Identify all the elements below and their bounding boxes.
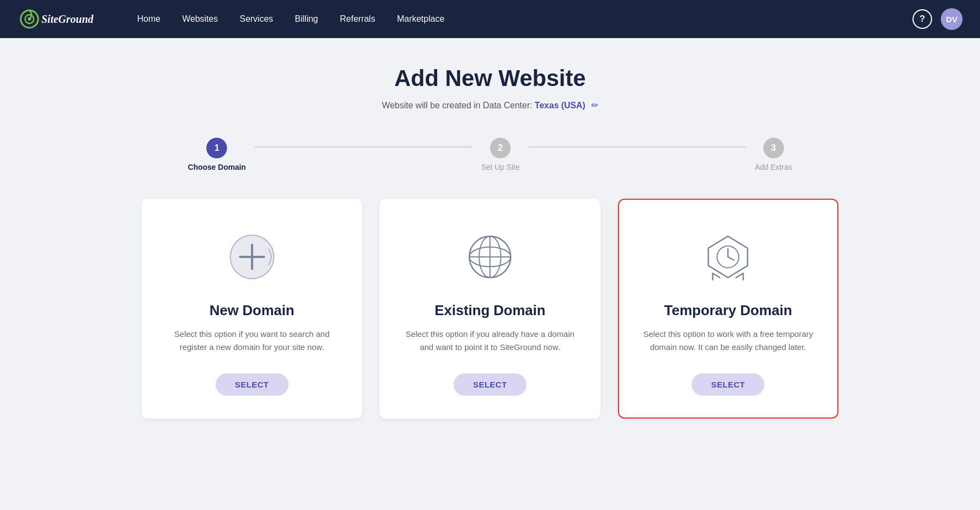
nav-referrals[interactable]: Referrals	[340, 14, 375, 24]
step-2-circle: 2	[490, 138, 511, 158]
step-2-label: Set Up Site	[481, 163, 520, 171]
temporary-domain-select-button[interactable]: SELECT	[691, 373, 764, 396]
navbar: SiteGround Home Websites Services Billin…	[0, 0, 980, 38]
navbar-right: ? DV	[912, 8, 963, 30]
svg-line-15	[728, 257, 734, 260]
new-domain-icon	[222, 227, 282, 287]
step-1-circle: 1	[206, 138, 227, 158]
edit-icon[interactable]: ✏	[591, 100, 598, 110]
existing-domain-title: Existing Domain	[434, 302, 546, 319]
temporary-domain-title: Temporary Domain	[664, 302, 792, 319]
nav-websites[interactable]: Websites	[182, 14, 218, 24]
datacenter-link[interactable]: Texas (USA)	[535, 101, 585, 110]
main-content: Add New Website Website will be created …	[109, 38, 871, 446]
step-3-label: Add Extras	[755, 163, 792, 171]
nav-billing[interactable]: Billing	[295, 14, 318, 24]
step-3: 3 Add Extras	[755, 138, 792, 171]
step-1: 1 Choose Domain	[188, 138, 246, 171]
stepper-line-1	[255, 146, 473, 148]
temporary-domain-icon	[698, 227, 758, 287]
nav-marketplace[interactable]: Marketplace	[397, 14, 444, 24]
temporary-domain-card: Temporary Domain Select this option to w…	[618, 199, 838, 419]
nav-links: Home Websites Services Billing Referrals…	[137, 14, 891, 24]
existing-domain-icon	[460, 227, 520, 287]
existing-domain-desc: Select this option if you already have a…	[402, 328, 577, 354]
existing-domain-select-button[interactable]: SELECT	[454, 373, 526, 396]
nav-services[interactable]: Services	[240, 14, 273, 24]
new-domain-desc: Select this option if you want to search…	[164, 328, 339, 354]
existing-domain-card: Existing Domain Select this option if yo…	[379, 199, 600, 419]
nav-home[interactable]: Home	[137, 14, 161, 24]
cards-grid: New Domain Select this option if you wan…	[142, 199, 838, 419]
stepper-line-2	[528, 146, 746, 148]
avatar[interactable]: DV	[941, 8, 963, 30]
step-2: 2 Set Up Site	[481, 138, 520, 171]
page-title: Add New Website	[142, 65, 838, 91]
step-1-label: Choose Domain	[188, 163, 246, 171]
new-domain-card: New Domain Select this option if you wan…	[142, 199, 362, 419]
help-button[interactable]: ?	[912, 9, 932, 29]
new-domain-select-button[interactable]: SELECT	[216, 373, 289, 396]
page-subtitle: Website will be created in Data Center: …	[142, 100, 838, 110]
step-3-circle: 3	[763, 138, 784, 158]
temporary-domain-desc: Select this option to work with a free t…	[641, 328, 816, 354]
stepper: 1 Choose Domain 2 Set Up Site 3 Add Extr…	[142, 138, 838, 171]
new-domain-title: New Domain	[210, 302, 295, 319]
svg-text:SiteGround: SiteGround	[41, 13, 94, 25]
logo[interactable]: SiteGround	[17, 6, 105, 32]
